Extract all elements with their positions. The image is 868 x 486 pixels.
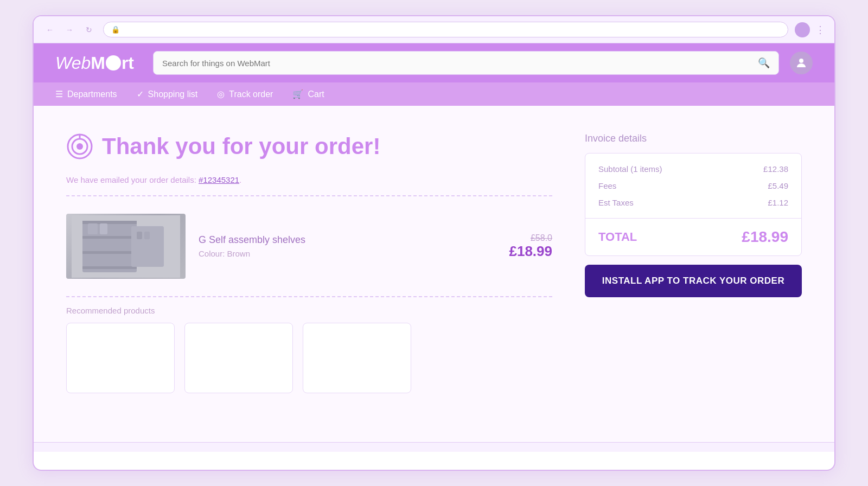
browser-window: ← → ↻ 🔒 ⋮ WebMrt 🔍 ☰: [33, 15, 835, 471]
main-content: Thank you for your order! We have emaile…: [34, 106, 834, 442]
thank-you-text: Thank you for your order!: [102, 133, 380, 159]
svg-rect-9: [82, 251, 137, 254]
divider-top: [66, 195, 552, 196]
recommended-section: Recommended products: [66, 306, 552, 393]
total-label: TOTAL: [598, 230, 637, 244]
nav-cart-label: Cart: [308, 89, 324, 99]
svg-rect-15: [137, 232, 142, 239]
svg-point-3: [76, 143, 83, 150]
recommended-card-3[interactable]: [303, 323, 411, 393]
logo[interactable]: WebMrt: [55, 53, 142, 73]
right-section: Invoice details Subtotal (1 items) £12.3…: [585, 133, 802, 420]
departments-icon: ☰: [55, 89, 63, 99]
taxes-line: Est Taxes £1.12: [598, 198, 788, 207]
invoice-title: Invoice details: [585, 133, 802, 144]
fees-label: Fees: [598, 181, 616, 190]
price-block: £58.0 £18.99: [509, 233, 552, 260]
nav-track-order-label: Track order: [229, 89, 273, 99]
nav-shopping-list[interactable]: ✓ Shopping list: [137, 89, 198, 99]
email-notice-suffix: .: [239, 175, 241, 184]
divider-bottom: [66, 296, 552, 297]
subtotal-label: Subtotal (1 items): [598, 164, 662, 174]
left-section: Thank you for your order! We have emaile…: [66, 133, 552, 420]
invoice-box: Subtotal (1 items) £12.38 Fees £5.49 Est…: [585, 153, 802, 256]
nav-departments[interactable]: ☰ Departments: [55, 89, 117, 99]
product-image: [66, 214, 186, 279]
cart-icon: 🛒: [292, 89, 303, 99]
search-icon: 🔍: [758, 57, 770, 69]
product-info: G Self assembly shelves Colour: Brown: [199, 234, 496, 258]
user-avatar[interactable]: [790, 52, 813, 74]
nav-departments-label: Departments: [67, 89, 117, 99]
browser-more-icon[interactable]: ⋮: [815, 24, 826, 36]
recommended-grid: [66, 323, 552, 393]
subtotal-value: £12.38: [763, 164, 788, 174]
original-price: £58.0: [509, 233, 552, 243]
lock-icon: 🔒: [111, 25, 120, 34]
nav-shopping-list-label: Shopping list: [148, 89, 198, 99]
search-bar[interactable]: 🔍: [153, 51, 779, 75]
address-bar[interactable]: 🔒: [103, 22, 788, 37]
product-name: G Self assembly shelves: [199, 234, 496, 246]
browser-nav: ← → ↻: [42, 22, 97, 37]
product-color: Colour: Brown: [199, 249, 496, 258]
target-icon: [66, 133, 93, 160]
site-header: WebMrt 🔍: [34, 43, 834, 82]
subtotal-line: Subtotal (1 items) £12.38: [598, 164, 788, 174]
recommended-card-2[interactable]: [184, 323, 293, 393]
browser-bottom: [34, 442, 834, 452]
invoice-lines: Subtotal (1 items) £12.38 Fees £5.49 Est…: [585, 154, 801, 218]
taxes-label: Est Taxes: [598, 198, 634, 207]
shopping-list-icon: ✓: [137, 89, 144, 99]
reload-button[interactable]: ↻: [81, 22, 97, 37]
total-value: £18.99: [742, 228, 788, 246]
product-image-inner: [66, 214, 186, 279]
fees-value: £5.49: [768, 181, 788, 190]
order-item: G Self assembly shelves Colour: Brown £5…: [66, 205, 552, 287]
order-number-link[interactable]: #12345321: [199, 175, 239, 184]
install-app-button[interactable]: INSTALL APP TO TRACK YOUR ORDER: [585, 265, 802, 297]
forward-button[interactable]: →: [62, 22, 77, 37]
email-notice-prefix: We have emailed your order details:: [66, 175, 199, 184]
search-input[interactable]: [162, 59, 752, 68]
nav-cart[interactable]: 🛒 Cart: [292, 89, 324, 99]
invoice-total-row: TOTAL £18.99: [585, 218, 801, 255]
svg-rect-13: [88, 239, 100, 250]
svg-rect-8: [82, 236, 137, 239]
taxes-value: £1.12: [768, 198, 788, 207]
nav-track-order[interactable]: ◎ Track order: [217, 89, 273, 99]
thank-you-heading: Thank you for your order!: [66, 133, 552, 160]
svg-rect-11: [88, 223, 98, 234]
fees-line: Fees £5.49: [598, 181, 788, 190]
email-notice: We have emailed your order details: #123…: [66, 175, 552, 184]
track-order-icon: ◎: [217, 89, 225, 99]
svg-rect-10: [82, 266, 137, 269]
browser-chrome: ← → ↻ 🔒 ⋮: [34, 16, 834, 43]
svg-rect-16: [144, 232, 150, 239]
recommended-card-1[interactable]: [66, 323, 175, 393]
back-button[interactable]: ←: [42, 22, 58, 37]
current-price: £18.99: [509, 243, 552, 260]
recommended-title: Recommended products: [66, 306, 552, 315]
browser-circle: [795, 22, 810, 37]
browser-actions: ⋮: [795, 22, 826, 37]
svg-point-0: [799, 59, 803, 63]
nav-bar: ☰ Departments ✓ Shopping list ◎ Track or…: [34, 82, 834, 106]
svg-rect-12: [100, 223, 107, 234]
